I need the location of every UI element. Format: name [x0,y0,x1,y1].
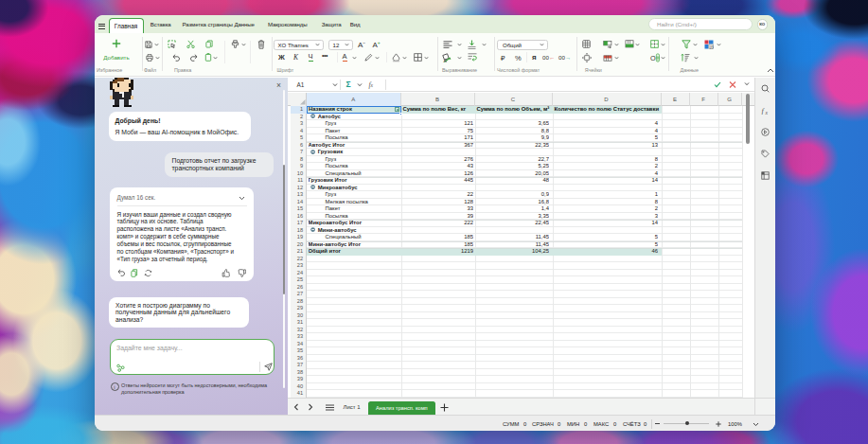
svg-text:x: x [764,109,768,115]
svg-text:О: О [650,54,656,62]
svg-text:(f): (f) [709,44,714,48]
